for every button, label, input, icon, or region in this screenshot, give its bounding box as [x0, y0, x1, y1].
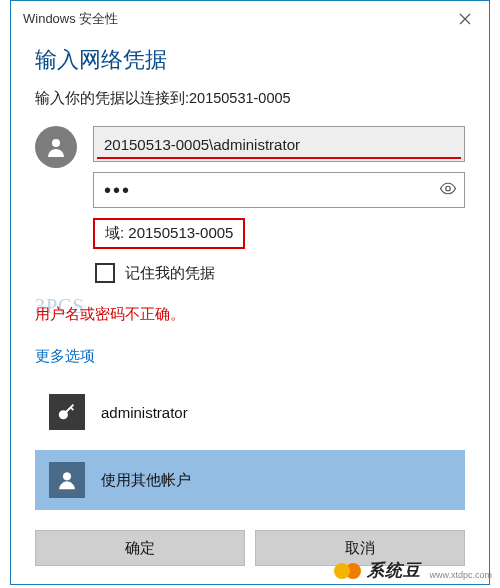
brand-logo-icon: [334, 563, 361, 579]
reveal-password-button[interactable]: [439, 180, 457, 201]
brand-name: 系统豆: [367, 559, 421, 582]
password-field[interactable]: [93, 172, 465, 208]
heading: 输入网络凭据: [35, 45, 465, 75]
credential-dialog: Windows 安全性 输入网络凭据 输入你的凭据以连接到:20150531-0…: [10, 0, 490, 585]
more-options-link[interactable]: 更多选项: [35, 347, 95, 366]
brand-url: www.xtdpc.com: [429, 570, 492, 580]
connect-subtext: 输入你的凭据以连接到:20150531-0005: [35, 89, 465, 108]
key-icon: [49, 394, 85, 430]
error-message: 用户名或密码不正确。: [35, 305, 185, 322]
brand-footer: 系统豆 www.xtdpc.com: [328, 555, 498, 586]
remember-label: 记住我的凭据: [125, 264, 215, 283]
saved-account-item[interactable]: administrator: [35, 382, 465, 442]
svg-point-2: [60, 411, 67, 418]
titlebar-text: Windows 安全性: [23, 10, 118, 28]
close-icon: [459, 13, 471, 25]
other-account-item[interactable]: 使用其他帐户: [35, 450, 465, 510]
remember-checkbox[interactable]: [95, 263, 115, 283]
avatar-icon: [35, 126, 77, 168]
username-field[interactable]: [93, 126, 465, 162]
other-account-label: 使用其他帐户: [101, 471, 191, 490]
svg-point-1: [446, 186, 451, 191]
domain-label: 域: 20150513-0005: [93, 218, 245, 249]
close-button[interactable]: [445, 7, 485, 31]
ok-button[interactable]: 确定: [35, 530, 245, 566]
saved-account-label: administrator: [101, 404, 188, 421]
titlebar: Windows 安全性: [11, 1, 489, 37]
svg-point-0: [52, 139, 60, 147]
svg-point-3: [63, 473, 70, 480]
person-icon: [49, 462, 85, 498]
eye-icon: [439, 180, 457, 198]
